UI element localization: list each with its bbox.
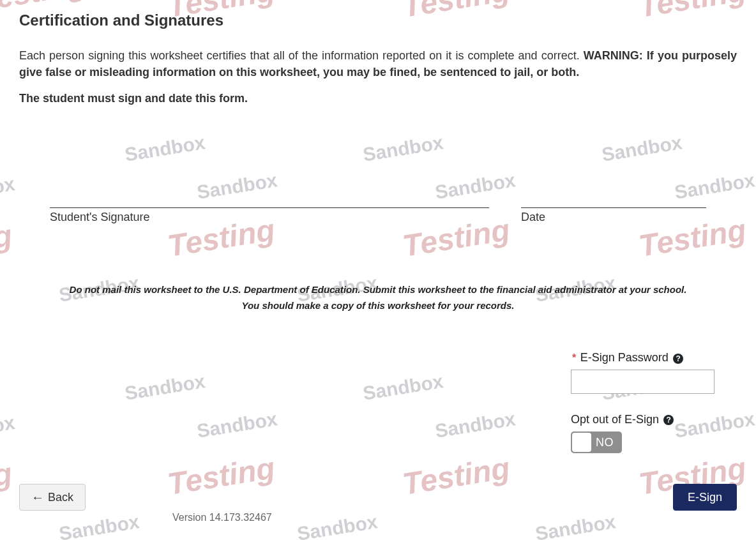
- toggle-knob: [572, 433, 591, 452]
- section-heading: Certification and Signatures: [19, 11, 737, 29]
- optout-toggle[interactable]: NO: [571, 431, 622, 453]
- main-content: Certification and Signatures Each person…: [0, 0, 756, 311]
- optout-row: Opt out of E-Sign ?: [571, 413, 737, 426]
- back-button[interactable]: ← Back: [19, 484, 86, 511]
- footer-row: ← Back E-Sign: [19, 484, 737, 511]
- watermark-testing: ng: [0, 456, 15, 496]
- back-button-label: Back: [48, 491, 73, 504]
- date-line: Date: [521, 207, 706, 224]
- help-icon[interactable]: ?: [663, 415, 674, 425]
- esign-block: * E-Sign Password ? Opt out of E-Sign ? …: [571, 350, 737, 453]
- watermark-sandbox: Sandbox: [534, 511, 617, 540]
- must-sign-text: The student must sign and date this form…: [19, 92, 737, 105]
- watermark-sandbox: Sandbox: [195, 408, 278, 442]
- esign-button[interactable]: E-Sign: [673, 484, 737, 511]
- date-label: Date: [521, 207, 706, 224]
- version-text: Version 14.173.32467: [172, 512, 272, 523]
- watermark-sandbox: Sandbox: [361, 370, 444, 404]
- signature-area: Student's Signature Date: [50, 207, 706, 224]
- optout-label: Opt out of E-Sign: [571, 413, 659, 426]
- toggle-value: NO: [591, 436, 621, 449]
- notes-block: Do not mail this worksheet to the U.S. D…: [19, 284, 737, 311]
- student-signature-label: Student's Signature: [50, 207, 489, 224]
- required-indicator: *: [572, 352, 576, 363]
- note-submit: Do not mail this worksheet to the U.S. D…: [19, 284, 737, 295]
- watermark-sandbox: Sandbox: [434, 408, 517, 442]
- student-signature-line: Student's Signature: [50, 207, 489, 224]
- intro-text: Each person signing this worksheet certi…: [19, 49, 584, 62]
- esign-password-label-wrap: * E-Sign Password ?: [571, 350, 687, 366]
- watermark-sandbox: Sandbox: [123, 370, 206, 404]
- help-icon[interactable]: ?: [673, 354, 683, 364]
- esign-password-input[interactable]: [571, 370, 714, 394]
- watermark-sandbox: box: [0, 412, 17, 439]
- esign-button-label: E-Sign: [688, 491, 722, 504]
- watermark-sandbox: Sandbox: [57, 511, 140, 540]
- note-copy: You should make a copy of this worksheet…: [19, 300, 737, 311]
- arrow-left-icon: ←: [31, 490, 44, 505]
- esign-password-label: E-Sign Password: [580, 351, 669, 364]
- intro-paragraph: Each person signing this worksheet certi…: [19, 47, 737, 80]
- watermark-sandbox: Sandbox: [296, 511, 379, 540]
